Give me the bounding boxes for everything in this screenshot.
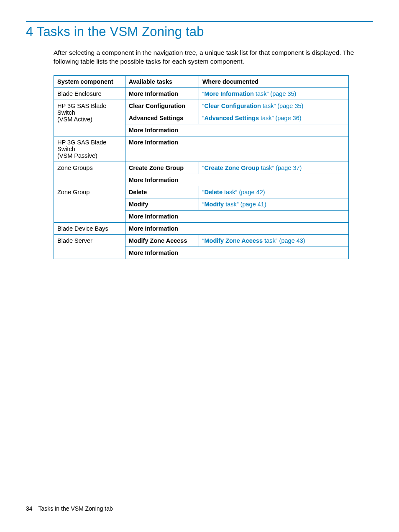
cell-component: Zone Groups bbox=[54, 162, 125, 186]
cell-task: More Information bbox=[125, 210, 348, 222]
footer-text: Tasks in the VSM Zoning tab bbox=[38, 505, 113, 512]
table-row: Zone Groups Create Zone Group “Create Zo… bbox=[54, 162, 349, 174]
doc-link[interactable]: “Advanced Settings task” (page 36) bbox=[202, 115, 302, 121]
table-row: Blade Enclosure More Information “More I… bbox=[54, 87, 349, 100]
cell-task: More Information bbox=[125, 174, 348, 186]
table-row: HP 3G SAS Blade Switch (VSM Passive) Mor… bbox=[54, 136, 349, 162]
doc-link[interactable]: “Modify task” (page 41) bbox=[202, 201, 266, 208]
cell-task: More Information bbox=[125, 87, 199, 100]
cell-task: Create Zone Group bbox=[125, 162, 199, 174]
cell-component: Blade Device Bays bbox=[54, 222, 125, 234]
cell-task: Clear Configuration bbox=[125, 100, 199, 112]
header-where-documented: Where documented bbox=[199, 75, 348, 87]
cell-component: Zone Group bbox=[54, 186, 125, 222]
table-row: HP 3G SAS Blade Switch (VSM Active) Clea… bbox=[54, 100, 349, 112]
cell-task: More Information bbox=[125, 124, 348, 136]
cell-component: HP 3G SAS Blade Switch (VSM Passive) bbox=[54, 136, 125, 162]
cell-doc: “Create Zone Group task” (page 37) bbox=[199, 162, 348, 174]
cell-task: More Information bbox=[125, 247, 348, 259]
header-available-tasks: Available tasks bbox=[125, 75, 199, 87]
cell-doc: “Advanced Settings task” (page 36) bbox=[199, 112, 348, 124]
table-row: Zone Group Delete “Delete task” (page 42… bbox=[54, 186, 349, 198]
cell-doc: “More Information task” (page 35) bbox=[199, 87, 348, 100]
cell-doc: “Clear Configuration task” (page 35) bbox=[199, 100, 348, 112]
cell-doc: “Modify Zone Access task” (page 43) bbox=[199, 234, 348, 247]
page-title: 4 Tasks in the VSM Zoning tab bbox=[26, 24, 373, 39]
header-system-component: System component bbox=[54, 75, 125, 87]
cell-task: Delete bbox=[125, 186, 199, 198]
top-rule bbox=[26, 21, 373, 22]
cell-component: Blade Server bbox=[54, 234, 125, 259]
doc-link[interactable]: “Clear Configuration task” (page 35) bbox=[202, 103, 304, 109]
cell-component: HP 3G SAS Blade Switch (VSM Active) bbox=[54, 100, 125, 136]
table-row: Blade Server Modify Zone Access “Modify … bbox=[54, 234, 349, 247]
table-header-row: System component Available tasks Where d… bbox=[54, 75, 349, 87]
tasks-table: System component Available tasks Where d… bbox=[54, 75, 349, 259]
doc-link[interactable]: “Delete task” (page 42) bbox=[202, 189, 265, 195]
intro-paragraph: After selecting a component in the navig… bbox=[54, 49, 373, 66]
page-number: 34 bbox=[26, 505, 33, 512]
cell-task: Advanced Settings bbox=[125, 112, 199, 124]
cell-doc: “Modify task” (page 41) bbox=[199, 198, 348, 210]
cell-task: Modify bbox=[125, 198, 199, 210]
cell-task: More Information bbox=[125, 222, 348, 234]
cell-doc: “Delete task” (page 42) bbox=[199, 186, 348, 198]
doc-link[interactable]: “Create Zone Group task” (page 37) bbox=[202, 164, 302, 171]
cell-task: More Information bbox=[125, 136, 348, 162]
doc-link[interactable]: “Modify Zone Access task” (page 43) bbox=[202, 237, 305, 244]
cell-task: Modify Zone Access bbox=[125, 234, 199, 247]
page-footer: 34Tasks in the VSM Zoning tab bbox=[26, 505, 113, 512]
cell-component: Blade Enclosure bbox=[54, 87, 125, 100]
doc-link[interactable]: “More Information task” (page 35) bbox=[202, 90, 297, 97]
table-row: Blade Device Bays More Information bbox=[54, 222, 349, 234]
